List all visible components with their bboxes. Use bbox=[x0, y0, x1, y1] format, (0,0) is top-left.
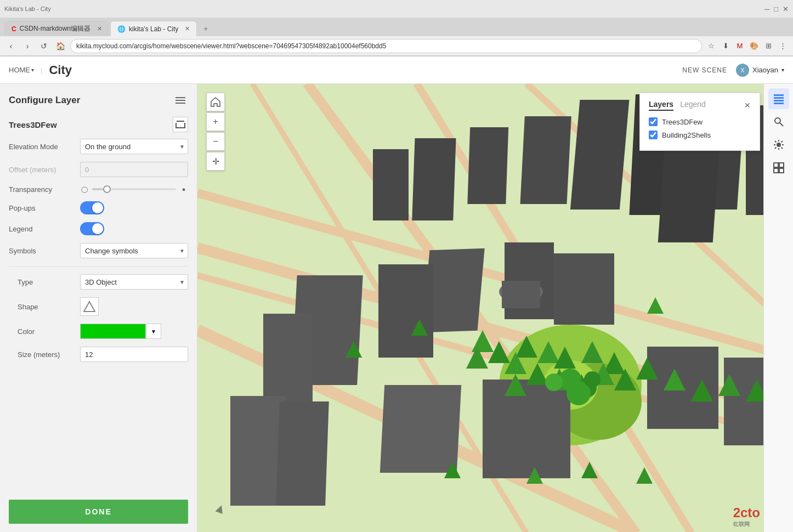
svg-rect-29 bbox=[373, 149, 409, 220]
forward-btn[interactable]: › bbox=[21, 39, 34, 53]
popups-toggle[interactable] bbox=[80, 201, 104, 214]
sun-tool-btn[interactable] bbox=[768, 134, 789, 155]
svg-rect-34 bbox=[378, 264, 433, 358]
city-svg bbox=[197, 84, 793, 532]
svg-rect-93 bbox=[774, 163, 778, 167]
close-btn[interactable]: ✕ bbox=[783, 5, 789, 13]
zoom-in-btn[interactable]: + bbox=[206, 112, 225, 131]
elevation-mode-row: Elevation Mode On the ground Relative to… bbox=[9, 139, 188, 154]
app-header-left: HOME ▾ | City bbox=[9, 63, 72, 77]
new-scene-btn[interactable]: NEW SCENE bbox=[682, 66, 727, 74]
window-controls[interactable]: ─ □ ✕ bbox=[764, 5, 789, 13]
url-bar[interactable] bbox=[70, 39, 702, 53]
svg-rect-28 bbox=[412, 138, 456, 220]
transparency-low-icon: ◯ bbox=[80, 185, 89, 194]
home-dropdown-icon[interactable]: ▾ bbox=[31, 67, 34, 73]
transparency-track[interactable] bbox=[92, 188, 176, 190]
home-link[interactable]: HOME ▾ bbox=[9, 66, 34, 74]
minimize-btn[interactable]: ─ bbox=[764, 5, 769, 13]
popups-row: Pop-ups bbox=[9, 201, 188, 214]
layer-name: Trees3DFew bbox=[9, 120, 57, 129]
grid-tool-btn[interactable] bbox=[768, 157, 789, 178]
layers-panel: Layers Legend ✕ Trees3DFew Building2Shel… bbox=[639, 93, 760, 151]
size-input[interactable] bbox=[80, 347, 188, 362]
type-select[interactable]: 3D Object Icon Line Fill bbox=[80, 274, 188, 290]
svg-rect-44 bbox=[276, 401, 329, 506]
home-nav-btn[interactable]: 🏠 bbox=[54, 39, 67, 53]
svg-point-84 bbox=[777, 143, 781, 147]
zoom-in-icon: + bbox=[213, 117, 218, 127]
svg-rect-94 bbox=[779, 163, 784, 167]
symbols-select-wrapper: Change symbols ▼ bbox=[80, 243, 188, 258]
search-tool-btn[interactable] bbox=[768, 111, 789, 132]
user-info[interactable]: X Xiaoyan ▾ bbox=[736, 64, 784, 77]
size-control bbox=[80, 347, 188, 362]
more-icon[interactable]: ⋮ bbox=[777, 40, 789, 52]
reload-btn[interactable]: ↺ bbox=[37, 39, 50, 53]
tab2-favicon: 🌐 bbox=[117, 25, 126, 33]
svg-line-92 bbox=[775, 148, 777, 149]
offset-input[interactable] bbox=[80, 162, 188, 177]
photos-icon[interactable]: 🎨 bbox=[748, 40, 760, 52]
legend-toggle[interactable] bbox=[80, 222, 104, 235]
svg-rect-81 bbox=[774, 103, 784, 104]
tab-layers[interactable]: Layers bbox=[649, 100, 673, 111]
browser-chrome: Kikita's Lab - City ─ □ ✕ C CSDN-markdow… bbox=[0, 0, 793, 56]
offset-control bbox=[80, 162, 188, 177]
apps-icon[interactable]: ⊞ bbox=[762, 40, 774, 52]
svg-line-90 bbox=[781, 148, 783, 149]
maximize-btn[interactable]: □ bbox=[774, 5, 778, 13]
legend-row: Legend bbox=[9, 222, 188, 235]
gmail-icon[interactable]: M bbox=[734, 40, 746, 52]
svg-rect-37 bbox=[502, 281, 540, 308]
app-header: HOME ▾ | City NEW SCENE X Xiaoyan ▾ bbox=[0, 56, 793, 84]
collapse-btn[interactable] bbox=[173, 93, 188, 108]
color-preview[interactable] bbox=[80, 324, 146, 339]
expand-icon[interactable] bbox=[173, 117, 188, 132]
watermark-sub: 红联网 bbox=[733, 520, 760, 528]
layer2-checkbox[interactable] bbox=[649, 131, 658, 139]
svg-marker-7 bbox=[84, 302, 95, 312]
layer-item-1: Trees3DFew bbox=[649, 117, 751, 126]
tab1-label: CSDN-markdown编辑器 bbox=[20, 24, 90, 33]
home-map-btn[interactable] bbox=[206, 93, 225, 111]
layer1-checkbox[interactable] bbox=[649, 117, 658, 126]
shape-label: Shape bbox=[18, 303, 80, 311]
legend-toggle-knob bbox=[92, 223, 103, 234]
new-tab-btn[interactable]: + bbox=[198, 21, 213, 36]
bookmark-icon[interactable]: ☆ bbox=[705, 40, 717, 52]
svg-rect-5 bbox=[184, 123, 185, 128]
layer1-label: Trees3DFew bbox=[662, 118, 703, 126]
browser-tab-2[interactable]: 🌐 kikita's Lab - City ✕ bbox=[110, 21, 197, 36]
back-btn[interactable]: ‹ bbox=[4, 39, 18, 53]
transparency-thumb[interactable] bbox=[103, 185, 111, 193]
tab2-close-icon[interactable]: ✕ bbox=[185, 25, 190, 32]
symbols-select[interactable]: Change symbols bbox=[80, 243, 188, 258]
transparency-row: Transparency ◯ ● bbox=[9, 185, 188, 194]
symbols-control: Change symbols ▼ bbox=[80, 243, 188, 258]
type-control: 3D Object Icon Line Fill ▼ bbox=[80, 274, 188, 290]
browser-tab-1[interactable]: C CSDN-markdown编辑器 ✕ bbox=[4, 21, 109, 36]
shape-preview[interactable] bbox=[80, 297, 99, 316]
layer2-label: Building2Shells bbox=[662, 131, 711, 139]
layer-item-2: Building2Shells bbox=[649, 131, 751, 139]
layers-close-icon[interactable]: ✕ bbox=[744, 101, 751, 110]
browser-toolbar: ‹ › ↺ 🏠 ☆ ⬇ M 🎨 ⊞ ⋮ bbox=[0, 36, 793, 56]
svg-rect-79 bbox=[774, 97, 784, 99]
elevation-mode-select[interactable]: On the ground Relative to ground Absolut… bbox=[80, 139, 188, 154]
svg-rect-23 bbox=[520, 116, 571, 204]
user-dropdown-icon[interactable]: ▾ bbox=[781, 67, 784, 73]
form-section: Elevation Mode On the ground Relative to… bbox=[0, 139, 197, 491]
pan-btn[interactable]: ✛ bbox=[206, 152, 225, 171]
color-dropdown-btn[interactable]: ▼ bbox=[146, 324, 161, 339]
tab-legend[interactable]: Legend bbox=[680, 100, 706, 111]
extensions-icon[interactable]: ⬇ bbox=[720, 40, 732, 52]
done-button[interactable]: DONE bbox=[9, 500, 188, 524]
layers-tool-btn[interactable] bbox=[768, 88, 789, 109]
svg-rect-95 bbox=[774, 168, 778, 173]
zoom-out-btn[interactable]: − bbox=[206, 132, 225, 151]
elevation-mode-label: Elevation Mode bbox=[9, 143, 80, 151]
tab1-close-icon[interactable]: ✕ bbox=[97, 25, 102, 32]
type-label: Type bbox=[18, 278, 80, 286]
map-area[interactable]: ▲ + − ✛ Layers Legend bbox=[197, 84, 793, 532]
